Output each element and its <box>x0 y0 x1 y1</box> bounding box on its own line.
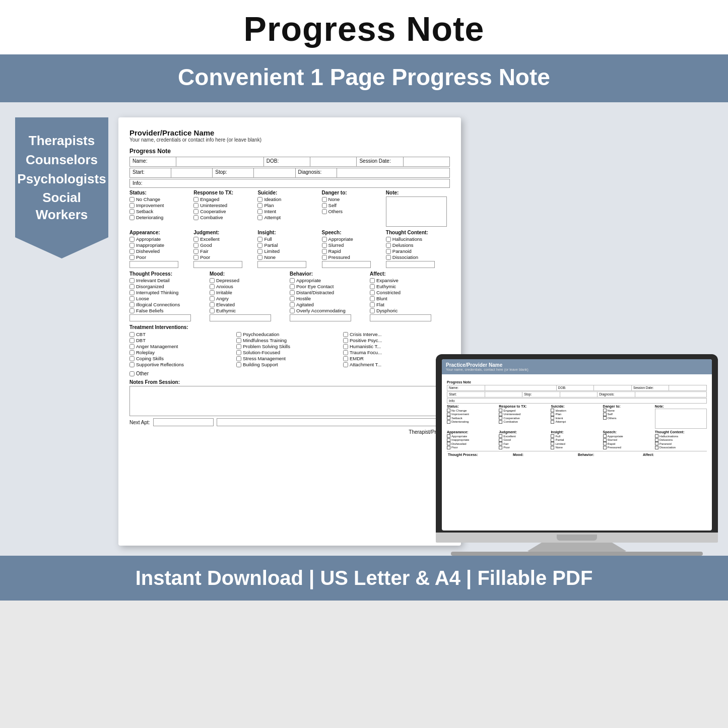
lap-dob-val[interactable] <box>594 385 632 390</box>
mood-euthymic[interactable]: Euthymic <box>210 308 287 313</box>
tx-supportive[interactable]: Supportive Reflections <box>129 362 233 367</box>
tx-solution[interactable]: Solution-Focused <box>236 350 340 355</box>
lap-session-val[interactable] <box>669 385 706 390</box>
tx-other[interactable]: Other <box>129 371 450 376</box>
judgment-excellent[interactable]: Excellent <box>193 236 254 242</box>
judgment-blank[interactable] <box>193 261 242 268</box>
tx-trauma[interactable]: Trauma Focu... <box>343 350 447 355</box>
affect-dysphoric[interactable]: Dysphoric <box>370 308 447 313</box>
behavior-overly[interactable]: Overly Accommodating <box>290 308 367 313</box>
affect-blunt[interactable]: Blunt <box>370 296 447 301</box>
lap-r-uninterested[interactable]: Uninterested <box>499 413 551 416</box>
appearance-appropriate[interactable]: Appropriate <box>129 236 190 242</box>
tx-humanistic[interactable]: Humanistic T... <box>343 344 447 349</box>
mood-blank[interactable] <box>210 314 271 321</box>
appearance-inappropriate[interactable]: Inappropriate <box>129 242 190 248</box>
lap-note-box[interactable] <box>655 409 707 429</box>
appearance-disheveled[interactable]: Disheveled <box>129 248 190 254</box>
lap-su-attempt[interactable]: Attempt <box>551 420 603 424</box>
status-deteriorating[interactable]: Deteriorating <box>129 215 190 220</box>
tp-loose[interactable]: Loose <box>129 296 207 301</box>
status-setback[interactable]: Setback <box>129 209 190 214</box>
lap-s-nochange[interactable]: No Change <box>447 409 499 412</box>
insight-partial[interactable]: Partial <box>257 242 318 248</box>
behavior-poor-eye[interactable]: Poor Eye Contact <box>290 284 367 289</box>
lap-s-setback[interactable]: Setback <box>447 416 499 420</box>
mood-depressed[interactable]: Depressed <box>210 278 287 283</box>
behavior-blank[interactable] <box>290 314 351 321</box>
mood-angry[interactable]: Angry <box>210 296 287 301</box>
lap-su-ideation[interactable]: Ideation <box>551 409 603 412</box>
tc-dissociation[interactable]: Dissociation <box>386 254 447 260</box>
danger-others[interactable]: Others <box>322 209 383 214</box>
lap-stop-val[interactable] <box>560 392 598 397</box>
lap-d-self[interactable]: Self <box>603 413 655 416</box>
tx-dbt[interactable]: DBT <box>129 338 233 343</box>
affect-expansive[interactable]: Expansive <box>370 278 447 283</box>
affect-blank[interactable] <box>370 314 431 321</box>
tx-stress[interactable]: Stress Management <box>236 356 340 361</box>
danger-self[interactable]: Self <box>322 203 383 208</box>
tp-irrelevant[interactable]: Irrelevant Detail <box>129 278 207 283</box>
tp-interrupted[interactable]: Interrupted Thinking <box>129 290 207 295</box>
mood-elevated[interactable]: Elevated <box>210 302 287 307</box>
behavior-hostile[interactable]: Hostile <box>290 296 367 301</box>
lap-r-engaged[interactable]: Engaged <box>499 409 551 412</box>
tc-blank[interactable] <box>386 261 435 268</box>
response-uninterested[interactable]: Uninterested <box>193 203 254 208</box>
appearance-blank[interactable] <box>129 261 178 268</box>
suicide-ideation[interactable]: Ideation <box>257 196 318 202</box>
affect-euthymic[interactable]: Euthymic <box>370 284 447 289</box>
tx-anger[interactable]: Anger Management <box>129 344 233 349</box>
name-value[interactable] <box>176 157 264 166</box>
tx-cbt[interactable]: CBT <box>129 332 233 337</box>
mood-irritable[interactable]: Irritable <box>210 290 287 295</box>
diagnosis-value[interactable] <box>337 168 449 177</box>
tx-psycho[interactable]: Psychoeducation <box>236 332 340 337</box>
response-cooperative[interactable]: Cooperative <box>193 209 254 214</box>
response-combative[interactable]: Combative <box>193 215 254 220</box>
speech-slurred[interactable]: Slurred <box>322 242 383 248</box>
affect-flat[interactable]: Flat <box>370 302 447 307</box>
lap-su-plan[interactable]: Plan <box>551 413 603 416</box>
lap-d-others[interactable]: Others <box>603 416 655 420</box>
response-engaged[interactable]: Engaged <box>193 196 254 202</box>
lap-d-none[interactable]: None <box>603 409 655 412</box>
speech-rapid[interactable]: Rapid <box>322 248 383 254</box>
insight-full[interactable]: Full <box>257 236 318 242</box>
suicide-intent[interactable]: Intent <box>257 209 318 214</box>
status-improvement[interactable]: Improvement <box>129 203 190 208</box>
tx-building[interactable]: Building Support <box>236 362 340 367</box>
suicide-attempt[interactable]: Attempt <box>257 215 318 220</box>
lap-r-cooperative[interactable]: Cooperative <box>499 416 551 420</box>
behavior-agitated[interactable]: Agitated <box>290 302 367 307</box>
tx-crisis[interactable]: Crisis Interve... <box>343 332 447 337</box>
mood-anxious[interactable]: Anxious <box>210 284 287 289</box>
speech-appropriate[interactable]: Appropriate <box>322 236 383 242</box>
tp-illogical[interactable]: Illogical Connections <box>129 302 207 307</box>
judgment-fair[interactable]: Fair <box>193 248 254 254</box>
lap-r-combative[interactable]: Combative <box>499 420 551 424</box>
lap-s-improvement[interactable]: Improvement <box>447 413 499 416</box>
danger-none[interactable]: None <box>322 196 383 202</box>
insight-blank[interactable] <box>257 261 306 268</box>
tc-delusions[interactable]: Delusions <box>386 242 447 248</box>
judgment-poor[interactable]: Poor <box>193 254 254 260</box>
tx-roleplay[interactable]: Roleplay <box>129 350 233 355</box>
affect-constricted[interactable]: Constricted <box>370 290 447 295</box>
start-value[interactable] <box>171 168 213 177</box>
lap-name-val[interactable] <box>485 385 557 390</box>
lap-su-intent[interactable]: Intent <box>551 416 603 420</box>
speech-pressured[interactable]: Pressured <box>322 254 383 260</box>
lap-start-val[interactable] <box>485 392 523 397</box>
stop-value[interactable] <box>254 168 295 177</box>
tp-false-beliefs[interactable]: False Beliefs <box>129 308 207 313</box>
speech-blank[interactable] <box>322 261 371 268</box>
next-apt-value[interactable] <box>153 418 214 426</box>
appearance-poor[interactable]: Poor <box>129 254 190 260</box>
insight-none[interactable]: None <box>257 254 318 260</box>
tp-disorganized[interactable]: Disorganized <box>129 284 207 289</box>
tx-attachment[interactable]: Attachment T... <box>343 362 447 367</box>
tx-emdr[interactable]: EMDR <box>343 356 447 361</box>
lap-diagnosis-val[interactable] <box>635 392 706 397</box>
